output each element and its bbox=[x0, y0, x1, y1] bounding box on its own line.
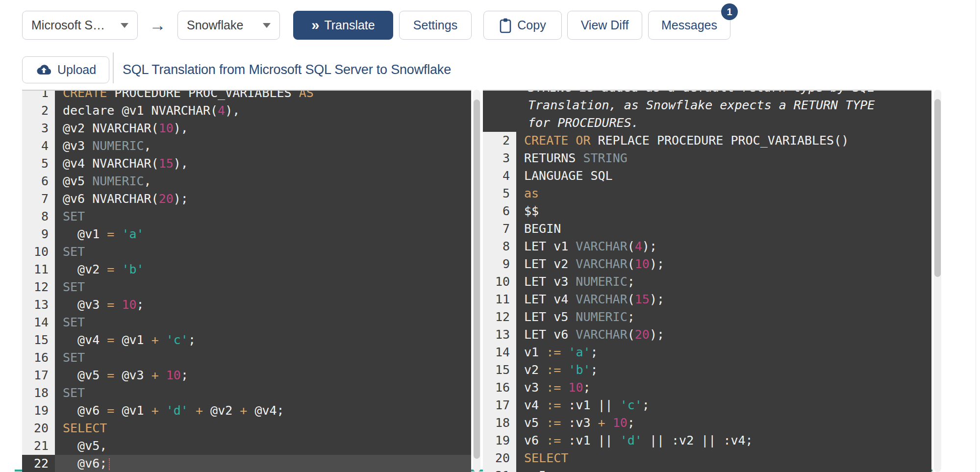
code-line: 17v4 := :v1 || 'c'; bbox=[483, 397, 931, 414]
translate-button-label: Translate bbox=[324, 18, 375, 32]
line-number: 19 bbox=[22, 402, 55, 420]
view-diff-button-label: View Diff bbox=[581, 18, 629, 32]
copy-button[interactable]: Copy bbox=[483, 11, 562, 40]
code-text: :v5, bbox=[516, 467, 931, 472]
translated-code-editor[interactable]: STRING is added as a default return type… bbox=[483, 90, 931, 472]
source-code-editor[interactable]: 1CREATE PROCEDURE PROC_VARIABLES AS2decl… bbox=[22, 90, 471, 472]
code-line: 16v3 := 10; bbox=[483, 379, 931, 397]
code-line: 5as bbox=[483, 185, 931, 202]
code-line: 19 @v6 = @v1 + 'd' + @v2 + @v4; bbox=[22, 402, 471, 420]
line-number: 1 bbox=[22, 90, 55, 102]
code-line: 15 @v4 = @v1 + 'c'; bbox=[22, 331, 471, 349]
code-text: @v6 NVARCHAR(20); bbox=[55, 190, 471, 208]
code-text: @v4 NVARCHAR(15), bbox=[55, 155, 471, 173]
code-text: @v3 = 10; bbox=[55, 296, 471, 314]
code-text: @v4 = @v1 + 'c'; bbox=[55, 331, 471, 349]
code-line: 21 @v5, bbox=[22, 437, 471, 455]
view-diff-button[interactable]: View Diff bbox=[567, 11, 642, 40]
code-line: 21:v5, bbox=[483, 467, 931, 472]
line-number: 5 bbox=[483, 185, 516, 202]
chevron-down-icon bbox=[263, 23, 271, 28]
code-text: @v5, bbox=[55, 437, 471, 455]
source-language-value: Microsoft S… bbox=[31, 18, 105, 32]
line-number: 17 bbox=[22, 367, 55, 384]
direction-arrow-icon: → bbox=[138, 11, 177, 40]
line-number: 4 bbox=[22, 137, 55, 155]
code-line: 13 @v3 = 10; bbox=[22, 296, 471, 314]
line-number: 3 bbox=[22, 120, 55, 137]
code-text: @v2 NVARCHAR(10), bbox=[55, 120, 471, 137]
code-text: as bbox=[516, 185, 931, 202]
messages-button-label: Messages bbox=[661, 18, 717, 32]
messages-button[interactable]: Messages bbox=[648, 11, 730, 40]
code-text: v6 := :v1 || 'd' || :v2 || :v4; bbox=[516, 432, 931, 449]
line-number: 9 bbox=[22, 225, 55, 243]
line-number: 13 bbox=[483, 326, 516, 344]
line-number: 22 bbox=[22, 455, 55, 472]
code-line: 16SET bbox=[22, 349, 471, 367]
target-language-value: Snowflake bbox=[187, 18, 243, 32]
header-divider bbox=[113, 52, 114, 83]
line-number: 18 bbox=[22, 384, 55, 402]
translate-button[interactable]: » Translate bbox=[293, 11, 393, 40]
code-line: 17 @v5 = @v3 + 10; bbox=[22, 367, 471, 384]
line-number: 21 bbox=[22, 437, 55, 455]
code-line: 3@v2 NVARCHAR(10), bbox=[22, 120, 471, 137]
line-number: 15 bbox=[22, 331, 55, 349]
line-number: 14 bbox=[483, 344, 516, 361]
upload-button[interactable]: Upload bbox=[22, 56, 109, 83]
line-number: 21 bbox=[483, 467, 516, 472]
cloud-upload-icon bbox=[35, 64, 52, 76]
code-text: RETURNS STRING bbox=[516, 149, 931, 167]
code-line: 10SET bbox=[22, 243, 471, 261]
window-right-edge bbox=[976, 0, 976, 472]
source-language-select[interactable]: Microsoft S… bbox=[22, 11, 138, 40]
code-line: 12SET bbox=[22, 278, 471, 296]
line-number: 10 bbox=[483, 273, 516, 291]
line-number: 4 bbox=[483, 167, 516, 185]
code-line: 8SET bbox=[22, 208, 471, 225]
line-number: 20 bbox=[483, 449, 516, 467]
code-text: @v2 = 'b' bbox=[55, 261, 471, 278]
code-comment-line: STRING is added as a default return type… bbox=[483, 90, 931, 97]
code-text: SET bbox=[55, 314, 471, 331]
code-text: v4 := :v1 || 'c'; bbox=[516, 397, 931, 414]
translated-editor-scrollbar[interactable] bbox=[934, 90, 941, 472]
line-number: 8 bbox=[483, 238, 516, 255]
settings-button[interactable]: Settings bbox=[399, 11, 472, 40]
line-number: 12 bbox=[483, 308, 516, 326]
code-line: 11LET v4 VARCHAR(15); bbox=[483, 291, 931, 308]
line-number: 2 bbox=[22, 102, 55, 120]
code-line: 18SET bbox=[22, 384, 471, 402]
line-number: 5 bbox=[22, 155, 55, 173]
line-number: 6 bbox=[483, 202, 516, 220]
code-line: 7@v6 NVARCHAR(20); bbox=[22, 190, 471, 208]
code-text: LET v3 NUMERIC; bbox=[516, 273, 931, 291]
chevron-down-icon bbox=[121, 23, 128, 28]
target-language-select[interactable]: Snowflake bbox=[177, 11, 280, 40]
line-number: 16 bbox=[22, 349, 55, 367]
toolbar: Microsoft S… → Snowflake » Translate Set… bbox=[22, 11, 730, 40]
line-number: 10 bbox=[22, 243, 55, 261]
scrollbar-thumb[interactable] bbox=[474, 99, 480, 459]
line-number: 18 bbox=[483, 414, 516, 432]
scrollbar-thumb[interactable] bbox=[934, 99, 941, 277]
code-text: SET bbox=[55, 349, 471, 367]
source-editor-scrollbar[interactable] bbox=[473, 90, 480, 472]
code-line: 5@v4 NVARCHAR(15), bbox=[22, 155, 471, 173]
line-number: 20 bbox=[22, 420, 55, 437]
code-line: 22 @v6; bbox=[22, 455, 471, 472]
line-number: 11 bbox=[483, 291, 516, 308]
code-text: $$ bbox=[516, 202, 931, 220]
code-text: SET bbox=[55, 208, 471, 225]
page-title: SQL Translation from Microsoft SQL Serve… bbox=[123, 56, 451, 83]
clipboard-icon bbox=[499, 18, 512, 33]
line-number: 11 bbox=[22, 261, 55, 278]
code-text: CREATE OR REPLACE PROCEDURE PROC_VARIABL… bbox=[516, 132, 931, 149]
messages-count-badge: 1 bbox=[721, 3, 738, 20]
line-number: 7 bbox=[22, 190, 55, 208]
code-line: 9LET v2 VARCHAR(10); bbox=[483, 255, 931, 273]
code-text: BEGIN bbox=[516, 220, 931, 238]
code-line: 4@v3 NUMERIC, bbox=[22, 137, 471, 155]
code-text: LET v2 VARCHAR(10); bbox=[516, 255, 931, 273]
